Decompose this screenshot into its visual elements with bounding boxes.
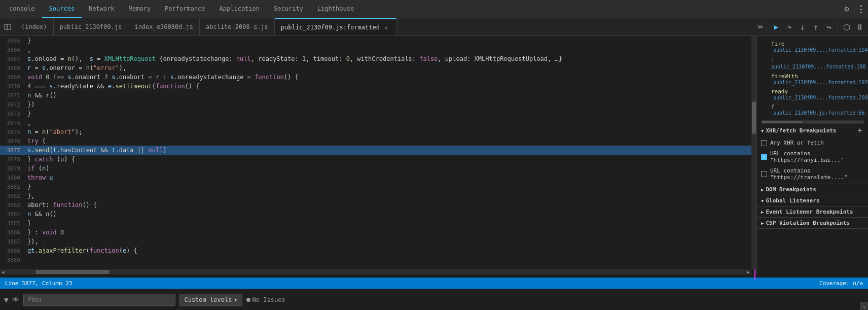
no-issues-label: No Issues xyxy=(252,296,285,303)
resume-button[interactable]: ▶ xyxy=(770,21,782,33)
code-lines: 3865 } 3866 , 3867 s.onload = n(), s = X… xyxy=(0,36,756,264)
file-tab-public-label: public_2130f09.js xyxy=(60,23,122,30)
dom-breakpoints-title: DOM Breakpoints xyxy=(766,186,816,193)
file-tab-public-formatted[interactable]: public_2130f09.js:formatted × xyxy=(275,18,396,36)
breakpoint-translate-checkbox[interactable] xyxy=(761,171,767,177)
table-row: 3872 }) xyxy=(0,100,756,109)
no-issues-indicator[interactable]: No Issues xyxy=(246,296,285,303)
breakpoint-any-xhr[interactable]: Any XHR or fetch xyxy=(757,137,868,148)
cursor-position: Line 3877, Column 23 xyxy=(5,280,72,287)
global-listeners-header[interactable]: Global Listeners xyxy=(757,195,868,206)
resize-handle[interactable]: ↘ xyxy=(860,302,868,310)
breakpoint-translate-label: URL contains "https://translate...." xyxy=(770,167,864,181)
table-row: 3875 n = n("abort"); xyxy=(0,127,756,136)
table-row: 3884 n && n() xyxy=(0,210,756,219)
pause-exceptions-button[interactable]: ⏸ xyxy=(854,21,866,33)
file-tab-abclite[interactable]: abclite-2008-s.js xyxy=(200,18,275,36)
tab-security[interactable]: Security xyxy=(267,0,310,18)
bottom-arrow-icon[interactable]: ▼ xyxy=(4,296,8,304)
panel-hscroll xyxy=(761,120,864,124)
table-row: 3867 s.onload = n(), s = XMLHttpRequest … xyxy=(0,54,756,63)
tab-lighthouse[interactable]: Lighthouse xyxy=(310,0,361,18)
table-row: 3885 } xyxy=(0,219,756,228)
dom-breakpoints-header[interactable]: DOM Breakpoints xyxy=(757,184,868,195)
bottom-bar: ▼ 👁 Custom levels ▾ No Issues ↘ xyxy=(0,289,868,310)
code-editor[interactable]: 3865 } 3866 , 3867 s.onload = n(), s = X… xyxy=(0,36,756,274)
global-listeners-title: Global Listeners xyxy=(766,197,819,204)
step-into-button[interactable]: ↓ xyxy=(797,21,809,33)
step-button[interactable]: ↪ xyxy=(823,21,835,33)
close-tab-icon[interactable]: × xyxy=(383,24,390,31)
svg-rect-0 xyxy=(5,24,7,29)
file-ref-firewith: public_2130f09....formatted:193 xyxy=(771,80,860,85)
xhr-breakpoints-section: XHR/fetch Breakpoints + Any XHR or fetch… xyxy=(757,124,868,184)
scroll-left-icon[interactable]: ◀ xyxy=(0,270,6,274)
tab-sources[interactable]: Sources xyxy=(42,0,82,18)
event-listener-breakpoints-title: Event Listener Breakpoints xyxy=(766,209,853,215)
bottom-eye-icon[interactable]: 👁 xyxy=(12,296,19,304)
breakpoint-translate[interactable]: URL contains "https://translate...." xyxy=(757,165,868,183)
hscroll-thumb xyxy=(35,270,110,274)
tab-performance[interactable]: Performance xyxy=(158,0,212,18)
table-row: 3883 abort: function() { xyxy=(0,200,756,210)
table-row: 3889 xyxy=(0,255,756,264)
vertical-scrollbar[interactable] xyxy=(751,36,756,269)
coverage-info: Coverage: n/a xyxy=(819,280,863,287)
table-row: 3865 } xyxy=(0,36,756,45)
table-row: 3873 } xyxy=(0,109,756,118)
file-tab-bar: (index) public_2130f09.js index_e36080d.… xyxy=(0,18,868,36)
file-ref-ready: public_2130f09....formatted:208 xyxy=(771,95,860,100)
event-listener-breakpoints-header[interactable]: Event Listener Breakpoints xyxy=(757,206,868,217)
tab-console[interactable]: console xyxy=(2,0,42,18)
tab-security-label: Security xyxy=(274,5,303,12)
csp-violation-breakpoints-header[interactable]: CSP Violation Breakpoints xyxy=(757,218,868,228)
call-stack-item-fire[interactable]: fire public_2130f09....formatted:194 xyxy=(761,39,864,54)
table-row: 3886 } : void 0 xyxy=(0,228,756,237)
tab-application[interactable]: Application xyxy=(212,0,267,18)
panel-hscroll-thumb xyxy=(762,121,803,123)
add-xhr-breakpoint-button[interactable]: + xyxy=(856,126,864,134)
tab-memory[interactable]: Memory xyxy=(122,0,158,18)
call-stack-item-firewith[interactable]: fireWith public_2130f09....formatted:193 xyxy=(761,72,864,87)
table-row: 3878 } catch (u) { xyxy=(0,155,756,164)
file-tab-abclite-label: abclite-2008-s.js xyxy=(206,23,268,30)
breakpoint-fanyi-label: URL contains "https://fanyi.bai..." xyxy=(770,150,864,163)
table-row: 3874 , xyxy=(0,118,756,127)
settings-button[interactable]: ⚙ xyxy=(840,2,854,16)
fn-name-ready: ready xyxy=(771,88,788,95)
tab-network-label: Network xyxy=(89,5,115,12)
filter-input[interactable] xyxy=(23,294,175,306)
step-out-button[interactable]: ↑ xyxy=(810,21,822,33)
table-row: 3870 4 === s.readyState && e.setTimeout(… xyxy=(0,82,756,91)
dom-chevron-icon xyxy=(761,186,764,193)
deactivate-button[interactable]: ⬡ xyxy=(841,21,853,33)
table-row: 3871 n && r() xyxy=(0,91,756,100)
call-stack-item-f[interactable]: f public_2130f09.js:formatted:66 xyxy=(761,102,864,117)
custom-levels-dropdown[interactable]: Custom levels ▾ xyxy=(179,294,242,306)
sidebar-toggle[interactable] xyxy=(0,18,15,36)
step-over-button[interactable]: ↷ xyxy=(783,21,795,33)
panel-hscroll-track xyxy=(804,121,864,123)
dom-breakpoints-section: DOM Breakpoints xyxy=(757,184,868,195)
tab-lighthouse-label: Lighthouse xyxy=(317,5,354,12)
file-tab-public-formatted-label: public_2130f09.js:formatted xyxy=(281,24,380,31)
file-tab-index[interactable]: (index) xyxy=(15,18,54,36)
code-scroll[interactable]: 3865 } 3866 , 3867 s.onload = n(), s = X… xyxy=(0,36,756,274)
breakpoint-fanyi-checkbox[interactable] xyxy=(761,154,767,160)
more-tabs-button[interactable]: ≫ xyxy=(754,21,766,32)
file-tab-index-label: (index) xyxy=(21,23,47,30)
call-stack-item-sep: | xyxy=(761,54,864,64)
tab-network[interactable]: Network xyxy=(82,0,122,18)
more-button[interactable]: ⋮ xyxy=(854,2,868,16)
xhr-breakpoints-header[interactable]: XHR/fetch Breakpoints + xyxy=(757,124,868,136)
call-stack-item-ready[interactable]: ready public_2130f09....formatted:208 xyxy=(761,87,864,102)
call-stack-ref2: public_2130f09....formatted:188 xyxy=(761,64,864,72)
breakpoint-fanyi[interactable]: URL contains "https://fanyi.bai..." xyxy=(757,148,868,165)
file-tab-index-e36080d[interactable]: index_e36080d.js xyxy=(128,18,200,36)
horizontal-scrollbar[interactable]: ◀ ▶ xyxy=(0,269,751,274)
file-tab-public[interactable]: public_2130f09.js xyxy=(54,18,129,36)
breakpoint-any-xhr-checkbox[interactable] xyxy=(761,140,767,146)
scroll-right-icon[interactable]: ▶ xyxy=(745,270,751,274)
table-row: 3881 } xyxy=(0,182,756,191)
file-ref-fire: public_2130f09....formatted:194 xyxy=(771,47,860,53)
